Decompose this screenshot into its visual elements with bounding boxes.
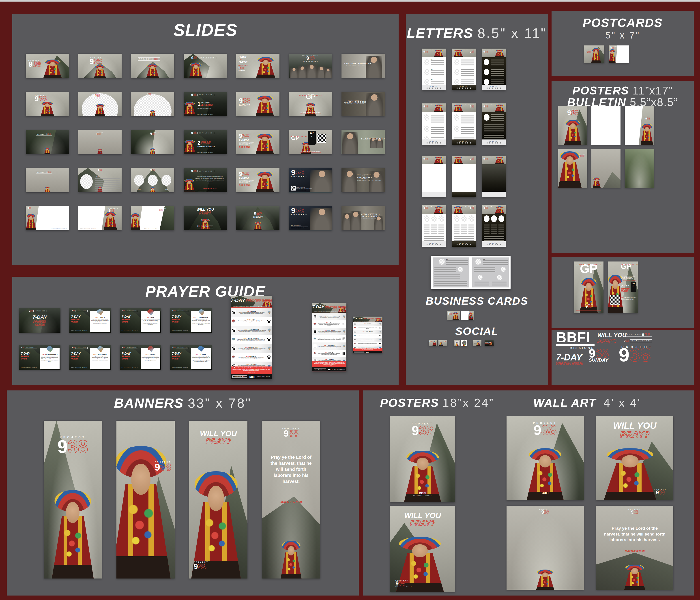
slide-will-you-pray[interactable]: WILL YOUPRAY? 938CHALLENGE PROJECT938.WO… [184,206,227,230]
slide-938-sunday-dark[interactable]: 938SUNDAY [236,206,279,230]
will-you-pray-logo[interactable]: WILL YOUPRAY? [597,332,627,344]
slide-challenge-2-pray[interactable]: 938CHALLENGE 2PRAY FOR MORE LABORERS PRO… [184,130,227,154]
938-challenge-logo[interactable]: 938CHALLENGE [624,340,652,342]
slide-938-podcast-2[interactable]: 938PODCAST AVAILABLE TODAY ONYOUTUBE, AP… [289,206,332,230]
wall-art-verse[interactable]: PROJECT938 Pray ye the Lord of the harve… [596,506,673,590]
slide-938-podcast[interactable]: 938PODCAST AVAILABLE TODAY ONYOUTUBE, AP… [289,168,332,192]
letter-template-blank[interactable]: PROJECT938 [422,156,446,197]
poster-18x24-will-you-pray[interactable]: WILL YOUPRAY? PROJECT938PROJECT938.WORLD [390,506,455,592]
slide-cutout-circle-1[interactable]: 938 [78,92,122,116]
prayer-card-day3[interactable]: 938CHALLENGE 7-DAYPRAYERGUIDE PROJECT938… [170,308,211,333]
letter-thumbnail[interactable]: PROJECT938 CONNECT [422,103,446,145]
letter-thumbnail[interactable]: PROJECT938 TitleTitleTitle CONNECT [422,49,446,90]
slide-mist-project938[interactable]: PROJECT938 [26,168,69,192]
letter-thumbnail-ovals-dark-footer[interactable]: PROJECT938 CONNECT [452,205,476,247]
banner-project938[interactable]: PROJECT938 [44,421,102,578]
slide-938-sunday[interactable]: 938SUNDAY [236,92,279,116]
letter-template-dark-body[interactable]: PROJECT938 [482,156,506,197]
slide-938-docuseries-group[interactable]: PROJECT938.WORLD938DOCUSERIES [289,54,332,78]
gp-cover-promo[interactable]: GPGLOBAL PARTNERS THE GLOBAL PARTNERS DI… [608,261,638,313]
letter-template-blank-dark-footer[interactable]: PROJECT938 [452,156,476,197]
prayer-guide-sheet-letter[interactable]: 7-DAY PRAYER GUIDE SCAN THE QR CODE WITH… [231,296,272,379]
slide-project938-center[interactable]: PROJECT938 [78,54,122,78]
7-day-prayer-guide-logo[interactable]: 7-DAY PRAYER GUIDE [556,353,583,366]
business-card-sheet[interactable]: Title Title [431,256,510,289]
social-thumbnail-square[interactable]: 9 [454,340,460,346]
girl-figure-icon [94,104,105,117]
letter-thumbnail[interactable]: PROJECT938 CONNECT [452,103,476,145]
region-map-icon [232,338,235,341]
letter-thumbnail[interactable]: PROJECT938 CONNECT [482,103,506,145]
slide-dark-mountain[interactable]: PROJECT938 [26,130,69,154]
poster-split-template[interactable]: PROJECT938 [625,106,654,145]
letter-thumbnail-ovals[interactable]: PROJECT938 CONNECT [422,205,446,247]
prayer-card-day1[interactable]: 938CHALLENGE 7-DAYPRAYERGUIDE PROJECT938… [69,308,111,333]
938-big-logo[interactable]: 938 [619,347,651,363]
slide-save-the-date[interactable]: SAVE THE DATE OCT 5, 2025 938 SUNDAY [236,54,279,78]
slide-peak-938[interactable]: PROJECT938 [131,130,174,154]
bulletin-mist-template[interactable] [592,149,621,188]
gp-cover-front[interactable]: GPGLOBAL PARTNERS PROJECT938 [574,261,603,313]
slide-docuseries-marjorie[interactable]: 938 DOCUSERIESMARJORIE BROWNINGMISSIONAR… [342,54,385,78]
project-938-boxed-logo[interactable]: PROJECT938 [625,332,652,337]
slide-challenge-1-set-your-alarm[interactable]: 938CHALLENGE 1 SET YOURALARM FOR 9:38 AM… [184,92,227,116]
banner-girl-closeup[interactable]: PROJECT938 [117,421,175,578]
slide-gp-magazine[interactable]: GPGLOBAL PARTNERS THE GLOBAL PARTNERS DI… [289,92,332,116]
qr-code-icon [232,346,236,350]
letter-thumbnail[interactable]: PROJECT938 CONNECT [482,49,506,90]
qr-code-icon [313,315,317,318]
social-thumbnail[interactable]: 938 [429,340,438,346]
prayer-card-day7[interactable]: 938CHALLENGE 7-DAYPRAYERGUIDE PROJECT938… [170,345,211,370]
slide-white-template-girl-left[interactable]: 938 PROJECT938.WORLD [26,206,69,230]
938-sunday-logo[interactable]: 938 SUNDAY [589,348,609,363]
slide-gp-qr[interactable]: GPGLOBAL PARTNERS GP9 THE GLOBAL PARTNER… [289,130,332,154]
prayer-card-cover[interactable]: 938CHALLENGE 7-DAY PRAYER GUIDE PROJECT9… [19,308,60,333]
girl-figure-icon [453,104,463,112]
prayer-guide-sheet-letter[interactable]: 7-DAY PRAYER GUIDE SCAN THE QR CODE WITH… [353,317,382,353]
postcard-back[interactable]: PROJECT938 [609,46,629,63]
business-card-front[interactable]: PROJECT938 [447,311,460,320]
social-thumbnail[interactable]: 938 [439,340,447,346]
wall-art-project938[interactable]: PROJECT938 BBFI [506,416,584,500]
qr-code-icon [267,337,271,341]
poster-18x24-project938[interactable]: PROJECT938 BBFIPROJECT938.WORLD [390,416,455,502]
slide-project938-photo-2[interactable]: PROJECT938 [26,92,69,116]
social-thumbnail-square[interactable]: 9 [461,340,467,346]
poster-project938[interactable]: PROJECT938 [558,106,588,145]
slide-938-sunday-date[interactable]: 938SUNDAY JOIN THOUSANDS OF CHURCHES WOR… [236,130,279,154]
slide-title-template[interactable]: 938 Title [78,168,122,192]
wall-art-mist[interactable]: PROJECT938 [506,506,584,590]
slide-mist-938[interactable]: PROJECT938 [78,130,122,154]
wall-art-will-you-pray[interactable]: WILL YOUPRAY? PROJECT938 [596,416,673,500]
business-card-back[interactable]: 938 [461,311,474,320]
prayer-card-day6[interactable]: 938CHALLENGE 7-DAYPRAYERGUIDE PROJECT938… [120,345,161,370]
slide-docuseries-bob-hughes[interactable]: 938 DOCUSERIESTHEBOB HUGHESLEGACYMISSION… [342,168,385,192]
slide-938-challenge[interactable]: 938CHALLENGE [184,54,227,78]
slide-docuseries-williams[interactable]: 938 DOCUSERIESOLIVER & GLORIAWILLIAMSMIS… [342,206,385,230]
slide-docuseries-lavern[interactable]: 938 DOCUSERIESLAVERN RODGERSMISSIONARY T… [342,92,385,116]
social-thumbnail[interactable]: WILL YOUPRAY? [484,340,494,346]
prayer-card-day5[interactable]: 938CHALLENGE 7-DAYPRAYERGUIDE PROJECT938… [69,345,111,370]
slide-docuseries-richard[interactable]: 938 DOCUSERIESRICHARD KONNERUPMISSIONARY… [342,130,385,154]
slide-project938-boxed[interactable]: PROJECT938 [131,54,174,78]
prayer-card-day2[interactable]: 938CHALLENGE 7-DAYPRAYERGUIDE PROJECT938… [120,308,161,333]
slide-white-template-split[interactable]: PROJECT938 PROJECT938.WORLD [131,206,174,230]
prayer-card-day4[interactable]: 938CHALLENGE 7-DAYPRAYERGUIDE PROJECT938… [19,345,60,370]
banner-will-you-pray[interactable]: WILL YOUPRAY? PROJECT938 [189,421,247,578]
slide-white-template-girl-right[interactable]: PROJECT938 PROJECT938.WORLD [78,206,122,230]
slide-project938-photo[interactable]: PROJECT938 [26,54,69,78]
postcards-size: 5" x 7" [552,30,694,41]
slide-cutout-circle-2[interactable]: 938 [131,92,174,116]
banner-verse[interactable]: PROJECT938 Pray ye the Lord of the harve… [262,421,320,578]
bulletin-mountainside[interactable] [625,149,654,188]
letter-thumbnail[interactable]: PROJECT938 CONNECT [452,49,476,90]
letter-thumbnail-ovals-dark[interactable]: PROJECT938 CONNECT [482,205,506,247]
prayer-guide-sheet-letter[interactable]: 7-DAY PRAYER GUIDE SCAN THE QR CODE WITH… [312,303,346,371]
bulletin-girl-closeup[interactable]: PROJECT938 [558,149,588,188]
slide-938-sunday-date-2[interactable]: 938SUNDAY JOIN THOUSANDS OF CHURCHES WOR… [236,168,279,192]
slide-three-titles-template[interactable]: 938 TITLE TITLE TITLE [131,168,174,192]
social-thumbnail[interactable] [473,340,481,346]
postcard-front[interactable]: PROJECT938 [584,46,604,63]
poster-blank-template[interactable] [592,106,621,145]
slide-challenge-matthew-938[interactable]: 938CHALLENGE Then saith he unto his disc… [184,168,227,192]
